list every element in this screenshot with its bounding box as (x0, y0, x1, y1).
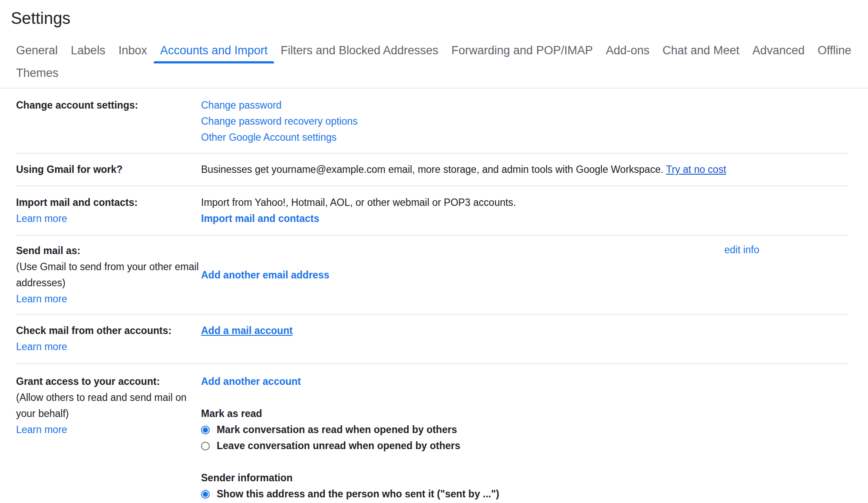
using-gmail-for-work-label: Using Gmail for work? (16, 162, 201, 178)
section-label-column: Using Gmail for work? (16, 162, 201, 178)
section-check-mail-from-other-accounts: Check mail from other accounts: Learn mo… (16, 315, 848, 364)
radio-option-show-address[interactable]: Show this address and the person who sen… (201, 486, 848, 502)
section-label-column: Check mail from other accounts: Learn mo… (16, 323, 201, 355)
send-mail-as-label: Send mail as: (16, 243, 201, 259)
radio-option-mark-as-read[interactable]: Mark conversation as read when opened by… (201, 422, 848, 438)
radio-option-leave-unread[interactable]: Leave conversation unread when opened by… (201, 438, 848, 454)
section-label-column: Import mail and contacts: Learn more (16, 195, 201, 227)
section-grant-access: Grant access to your account: (Allow oth… (16, 364, 848, 502)
section-change-account-settings: Change account settings: Change password… (16, 89, 848, 154)
radio-option-label: Show this address and the person who sen… (217, 486, 499, 502)
edit-info-link[interactable]: edit info (724, 242, 759, 258)
mark-as-read-heading: Mark as read (201, 406, 848, 422)
import-learn-more-link[interactable]: Learn more (16, 211, 201, 227)
page-title: Settings (11, 8, 868, 29)
section-send-mail-as: Send mail as: (Use Gmail to send from yo… (16, 236, 848, 315)
tab-row-2: Themes (16, 67, 868, 79)
section-content-column: Import from Yahoo!, Hotmail, AOL, or oth… (201, 195, 848, 227)
section-label-column: Grant access to your account: (Allow oth… (16, 374, 201, 502)
try-at-no-cost-link[interactable]: Try at no cost (666, 164, 726, 175)
other-google-account-settings-link[interactable]: Other Google Account settings (201, 129, 848, 146)
section-import-mail-and-contacts: Import mail and contacts: Learn more Imp… (16, 186, 848, 236)
import-mail-and-contacts-label: Import mail and contacts: (16, 195, 201, 211)
settings-tabs: General Labels Inbox Accounts and Import… (16, 44, 868, 79)
check-mail-learn-more-link[interactable]: Learn more (16, 339, 201, 355)
radio-checked-icon[interactable] (201, 426, 210, 434)
add-another-email-address-link[interactable]: Add another email address (201, 267, 329, 283)
change-account-settings-label: Change account settings: (16, 97, 201, 113)
send-mail-as-learn-more-link[interactable]: Learn more (16, 291, 201, 307)
spacer (201, 454, 848, 470)
import-mail-and-contacts-link[interactable]: Import mail and contacts (201, 211, 848, 227)
grant-access-note: (Allow others to read and send mail on y… (16, 390, 201, 422)
change-password-link[interactable]: Change password (201, 97, 848, 113)
section-label-column: Change account settings: (16, 97, 201, 146)
sender-information-heading: Sender information (201, 470, 848, 486)
spacer (201, 390, 848, 406)
change-password-recovery-options-link[interactable]: Change password recovery options (201, 113, 848, 129)
section-content-column: Businesses get yourname@example.com emai… (201, 162, 848, 178)
add-a-mail-account-link[interactable]: Add a mail account (201, 325, 293, 336)
section-content-column: Add another account Mark as read Mark co… (201, 374, 848, 502)
add-another-account-link[interactable]: Add another account (201, 374, 848, 390)
grant-access-learn-more-link[interactable]: Learn more (16, 422, 201, 438)
send-mail-as-note: (Use Gmail to send from your other email… (16, 259, 201, 291)
section-content-column: Add a mail account (201, 323, 848, 355)
tab-forwarding-and-pop-imap[interactable]: Forwarding and POP/IMAP (452, 44, 593, 56)
section-using-gmail-for-work: Using Gmail for work? Businesses get you… (16, 154, 848, 186)
check-mail-label: Check mail from other accounts: (16, 323, 201, 339)
tab-inbox[interactable]: Inbox (119, 44, 147, 56)
tab-row-1: General Labels Inbox Accounts and Import… (16, 44, 868, 56)
import-description-text: Import from Yahoo!, Hotmail, AOL, or oth… (201, 195, 848, 211)
radio-option-label: Leave conversation unread when opened by… (217, 438, 460, 454)
radio-option-label: Mark conversation as read when opened by… (217, 422, 457, 438)
workspace-promo-text: Businesses get yourname@example.com emai… (201, 164, 663, 175)
grant-access-label: Grant access to your account: (16, 374, 201, 390)
section-label-column: Send mail as: (Use Gmail to send from yo… (16, 243, 201, 307)
tab-accounts-and-import[interactable]: Accounts and Import (160, 44, 268, 56)
section-content-column: Change password Change password recovery… (201, 97, 848, 146)
tab-add-ons[interactable]: Add-ons (606, 44, 650, 56)
radio-checked-icon[interactable] (201, 490, 210, 499)
tab-general[interactable]: General (16, 44, 58, 56)
tab-offline[interactable]: Offline (818, 44, 851, 56)
tab-advanced[interactable]: Advanced (752, 44, 805, 56)
tab-chat-and-meet[interactable]: Chat and Meet (663, 44, 739, 56)
tab-themes[interactable]: Themes (16, 67, 59, 79)
radio-unchecked-icon[interactable] (201, 442, 210, 450)
tab-filters-and-blocked-addresses[interactable]: Filters and Blocked Addresses (281, 44, 438, 56)
tab-labels[interactable]: Labels (71, 44, 106, 56)
